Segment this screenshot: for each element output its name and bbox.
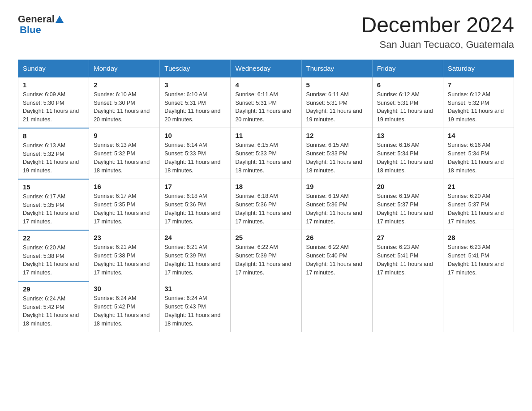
calendar-day-cell: 23 Sunrise: 6:21 AMSunset: 5:38 PMDaylig… [89, 230, 160, 281]
logo-triangle-icon [56, 16, 64, 23]
day-number: 5 [306, 81, 368, 89]
day-info: Sunrise: 6:15 AMSunset: 5:33 PMDaylight:… [235, 142, 291, 173]
day-number: 14 [448, 132, 509, 139]
day-number: 12 [306, 132, 368, 139]
day-number: 31 [164, 285, 226, 292]
calendar-day-cell: 21 Sunrise: 6:20 AMSunset: 5:37 PMDaylig… [443, 179, 514, 230]
day-info: Sunrise: 6:16 AMSunset: 5:34 PMDaylight:… [377, 142, 433, 173]
calendar-day-cell: 30 Sunrise: 6:24 AMSunset: 5:42 PMDaylig… [89, 281, 160, 332]
calendar-week-row: 29 Sunrise: 6:24 AMSunset: 5:42 PMDaylig… [18, 281, 514, 332]
calendar-week-row: 8 Sunrise: 6:13 AMSunset: 5:32 PMDayligh… [18, 128, 514, 179]
calendar-day-cell: 17 Sunrise: 6:18 AMSunset: 5:36 PMDaylig… [160, 179, 231, 230]
day-number: 19 [306, 183, 368, 190]
day-info: Sunrise: 6:12 AMSunset: 5:31 PMDaylight:… [377, 91, 433, 123]
calendar-day-cell: 3 Sunrise: 6:10 AMSunset: 5:31 PMDayligh… [160, 77, 231, 128]
day-number: 13 [377, 132, 438, 139]
day-info: Sunrise: 6:16 AMSunset: 5:34 PMDaylight:… [448, 142, 504, 173]
logo: General Blue [18, 13, 64, 35]
day-number: 30 [94, 285, 155, 292]
day-info: Sunrise: 6:23 AMSunset: 5:41 PMDaylight:… [377, 244, 433, 275]
calendar-day-cell: 8 Sunrise: 6:13 AMSunset: 5:32 PMDayligh… [18, 128, 89, 179]
day-info: Sunrise: 6:09 AMSunset: 5:30 PMDaylight:… [23, 91, 79, 123]
day-info: Sunrise: 6:14 AMSunset: 5:33 PMDaylight:… [164, 142, 220, 173]
calendar-day-cell: 6 Sunrise: 6:12 AMSunset: 5:31 PMDayligh… [372, 77, 443, 128]
day-number: 11 [235, 132, 296, 139]
day-info: Sunrise: 6:20 AMSunset: 5:37 PMDaylight:… [448, 193, 504, 224]
day-number: 29 [23, 285, 84, 293]
day-info: Sunrise: 6:17 AMSunset: 5:35 PMDaylight:… [23, 193, 79, 225]
logo-blue-text: Blue [20, 25, 41, 35]
calendar-day-cell: 24 Sunrise: 6:21 AMSunset: 5:39 PMDaylig… [160, 230, 231, 281]
month-title: December 2024 [361, 13, 514, 37]
day-number: 4 [235, 81, 296, 89]
day-info: Sunrise: 6:22 AMSunset: 5:39 PMDaylight:… [235, 244, 291, 275]
day-info: Sunrise: 6:19 AMSunset: 5:37 PMDaylight:… [377, 193, 433, 224]
calendar-day-cell: 5 Sunrise: 6:11 AMSunset: 5:31 PMDayligh… [301, 77, 372, 128]
day-info: Sunrise: 6:21 AMSunset: 5:39 PMDaylight:… [164, 244, 220, 275]
calendar-day-cell: 28 Sunrise: 6:23 AMSunset: 5:41 PMDaylig… [443, 230, 514, 281]
calendar-day-cell: 2 Sunrise: 6:10 AMSunset: 5:30 PMDayligh… [89, 77, 160, 128]
calendar-header-row: SundayMondayTuesdayWednesdayThursdayFrid… [18, 60, 514, 77]
day-info: Sunrise: 6:21 AMSunset: 5:38 PMDaylight:… [94, 244, 150, 275]
day-number: 16 [94, 183, 155, 190]
day-number: 7 [448, 81, 509, 89]
calendar-day-cell [301, 281, 372, 332]
day-info: Sunrise: 6:13 AMSunset: 5:32 PMDaylight:… [23, 142, 79, 174]
day-info: Sunrise: 6:10 AMSunset: 5:31 PMDaylight:… [164, 91, 220, 123]
calendar-day-cell: 26 Sunrise: 6:22 AMSunset: 5:40 PMDaylig… [301, 230, 372, 281]
day-info: Sunrise: 6:22 AMSunset: 5:40 PMDaylight:… [306, 244, 362, 275]
day-number: 23 [94, 234, 155, 241]
page-header: General Blue December 2024 San Juan Tecu… [18, 13, 514, 51]
day-info: Sunrise: 6:11 AMSunset: 5:31 PMDaylight:… [306, 91, 362, 123]
day-info: Sunrise: 6:24 AMSunset: 5:42 PMDaylight:… [94, 295, 150, 326]
day-info: Sunrise: 6:20 AMSunset: 5:38 PMDaylight:… [23, 244, 79, 276]
day-of-week-header-saturday: Saturday [443, 60, 514, 77]
day-number: 1 [23, 81, 84, 89]
calendar-day-cell: 27 Sunrise: 6:23 AMSunset: 5:41 PMDaylig… [372, 230, 443, 281]
day-number: 17 [164, 183, 226, 190]
day-number: 28 [448, 234, 509, 241]
calendar-day-cell: 10 Sunrise: 6:14 AMSunset: 5:33 PMDaylig… [160, 128, 231, 179]
calendar-day-cell: 15 Sunrise: 6:17 AMSunset: 5:35 PMDaylig… [18, 179, 89, 230]
day-number: 25 [235, 234, 296, 241]
title-section: December 2024 San Juan Tecuaco, Guatemal… [361, 13, 514, 51]
location-title: San Juan Tecuaco, Guatemala [361, 39, 514, 51]
calendar-day-cell: 20 Sunrise: 6:19 AMSunset: 5:37 PMDaylig… [372, 179, 443, 230]
calendar-day-cell: 1 Sunrise: 6:09 AMSunset: 5:30 PMDayligh… [18, 77, 89, 128]
day-number: 15 [23, 183, 84, 191]
day-number: 24 [164, 234, 226, 241]
calendar-day-cell: 16 Sunrise: 6:17 AMSunset: 5:35 PMDaylig… [89, 179, 160, 230]
day-of-week-header-tuesday: Tuesday [160, 60, 231, 77]
day-number: 10 [164, 132, 226, 139]
day-number: 20 [377, 183, 438, 190]
day-of-week-header-thursday: Thursday [301, 60, 372, 77]
calendar-day-cell: 31 Sunrise: 6:24 AMSunset: 5:43 PMDaylig… [160, 281, 231, 332]
day-info: Sunrise: 6:24 AMSunset: 5:43 PMDaylight:… [164, 295, 220, 326]
day-info: Sunrise: 6:10 AMSunset: 5:30 PMDaylight:… [94, 91, 150, 123]
calendar-day-cell: 19 Sunrise: 6:19 AMSunset: 5:36 PMDaylig… [301, 179, 372, 230]
calendar-day-cell: 7 Sunrise: 6:12 AMSunset: 5:32 PMDayligh… [443, 77, 514, 128]
day-of-week-header-friday: Friday [372, 60, 443, 77]
day-of-week-header-sunday: Sunday [18, 60, 89, 77]
day-info: Sunrise: 6:13 AMSunset: 5:32 PMDaylight:… [94, 142, 150, 173]
calendar-day-cell: 18 Sunrise: 6:18 AMSunset: 5:36 PMDaylig… [231, 179, 301, 230]
day-number: 26 [306, 234, 368, 241]
calendar-day-cell: 11 Sunrise: 6:15 AMSunset: 5:33 PMDaylig… [231, 128, 301, 179]
calendar-day-cell: 25 Sunrise: 6:22 AMSunset: 5:39 PMDaylig… [231, 230, 301, 281]
day-number: 21 [448, 183, 509, 190]
calendar-week-row: 22 Sunrise: 6:20 AMSunset: 5:38 PMDaylig… [18, 230, 514, 281]
day-info: Sunrise: 6:18 AMSunset: 5:36 PMDaylight:… [164, 193, 220, 224]
day-of-week-header-wednesday: Wednesday [231, 60, 301, 77]
calendar-day-cell: 13 Sunrise: 6:16 AMSunset: 5:34 PMDaylig… [372, 128, 443, 179]
day-number: 2 [94, 81, 155, 89]
day-info: Sunrise: 6:23 AMSunset: 5:41 PMDaylight:… [448, 244, 504, 275]
day-number: 9 [94, 132, 155, 139]
calendar-day-cell: 9 Sunrise: 6:13 AMSunset: 5:32 PMDayligh… [89, 128, 160, 179]
calendar-day-cell: 14 Sunrise: 6:16 AMSunset: 5:34 PMDaylig… [443, 128, 514, 179]
day-number: 3 [164, 81, 226, 89]
day-number: 22 [23, 234, 84, 242]
day-info: Sunrise: 6:15 AMSunset: 5:33 PMDaylight:… [306, 142, 362, 173]
calendar-week-row: 1 Sunrise: 6:09 AMSunset: 5:30 PMDayligh… [18, 77, 514, 128]
calendar-week-row: 15 Sunrise: 6:17 AMSunset: 5:35 PMDaylig… [18, 179, 514, 230]
calendar-day-cell: 12 Sunrise: 6:15 AMSunset: 5:33 PMDaylig… [301, 128, 372, 179]
